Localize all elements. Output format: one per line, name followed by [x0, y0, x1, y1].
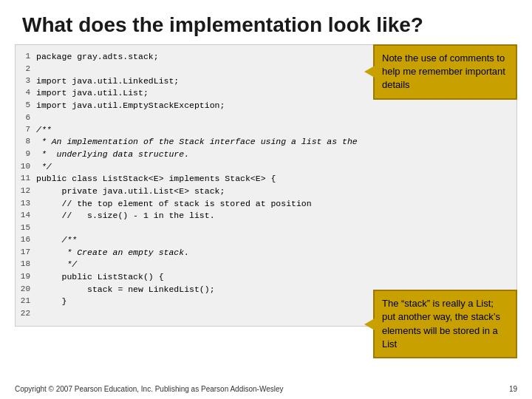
line-code: private java.util.List<E> stack;: [36, 185, 516, 198]
line-code: // s.size() - 1 in the list.: [36, 210, 516, 222]
code-line: 12 private java.util.List<E> stack;: [16, 185, 516, 198]
line-number: 4: [16, 87, 36, 100]
line-code: */: [36, 259, 516, 271]
copyright-text: Copyright © 2007 Pearson Education, Inc.…: [15, 385, 284, 393]
line-number: 1: [16, 51, 36, 64]
line-number: 21: [16, 296, 36, 308]
line-code: * Create an empty stack.: [36, 247, 516, 259]
line-number: 13: [16, 198, 36, 211]
code-line: 6: [16, 112, 516, 124]
line-number: 10: [16, 161, 36, 174]
line-number: 5: [16, 100, 36, 112]
code-line: 11public class ListStack<E> implements S…: [16, 173, 516, 185]
code-line: 18 */: [16, 259, 516, 271]
code-line: 16 /**: [16, 234, 516, 247]
page-number: 19: [509, 385, 517, 393]
code-line: 19 public ListStack() {: [16, 271, 516, 284]
slide-title: What does the implementation look like?: [0, 0, 532, 44]
line-code: /**: [36, 124, 516, 137]
code-line: 7/**: [16, 124, 516, 137]
line-number: 6: [16, 112, 36, 124]
line-number: 14: [16, 210, 36, 222]
line-code: * underlying data structure.: [36, 149, 516, 161]
line-number: 19: [16, 271, 36, 284]
code-line: 8 * An implementation of the Stack inter…: [16, 136, 516, 149]
callout-stack: The “stack” is really a List; put anothe…: [373, 290, 517, 358]
code-line: 13 // the top element of stack is stored…: [16, 198, 516, 211]
line-code: */: [36, 161, 516, 174]
callout-comments: Note the use of comments to help me reme…: [373, 44, 517, 100]
footer: Copyright © 2007 Pearson Education, Inc.…: [15, 385, 517, 393]
code-line: 9 * underlying data structure.: [16, 149, 516, 161]
line-number: 8: [16, 136, 36, 149]
line-number: 17: [16, 247, 36, 259]
line-number: 22: [16, 308, 36, 320]
line-number: 11: [16, 173, 36, 185]
line-code: public ListStack() {: [36, 271, 516, 284]
line-code: [36, 222, 516, 234]
code-line: 14 // s.size() - 1 in the list.: [16, 210, 516, 222]
line-number: 16: [16, 234, 36, 247]
code-line: 15: [16, 222, 516, 234]
code-line: 10 */: [16, 161, 516, 174]
line-number: 2: [16, 64, 36, 75]
code-line: 17 * Create an empty stack.: [16, 247, 516, 259]
line-code: import java.util.EmptyStackException;: [36, 100, 516, 112]
line-number: 20: [16, 284, 36, 296]
code-line: 5import java.util.EmptyStackException;: [16, 100, 516, 112]
line-code: [36, 112, 516, 124]
line-number: 15: [16, 222, 36, 234]
slide: What does the implementation look like? …: [0, 0, 532, 399]
line-number: 12: [16, 185, 36, 198]
line-code: public class ListStack<E> implements Sta…: [36, 173, 516, 185]
line-code: * An implementation of the Stack interfa…: [36, 136, 516, 149]
line-number: 18: [16, 259, 36, 271]
line-code: // the top element of stack is stored at…: [36, 198, 516, 211]
line-number: 7: [16, 124, 36, 137]
line-number: 9: [16, 149, 36, 161]
line-code: /**: [36, 234, 516, 247]
line-number: 3: [16, 75, 36, 88]
